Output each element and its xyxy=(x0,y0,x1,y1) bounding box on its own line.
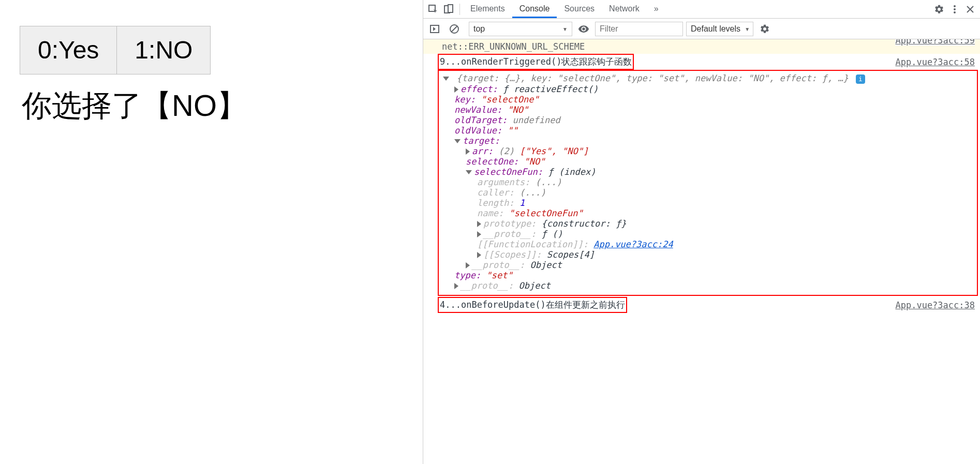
prop-value: Object xyxy=(530,260,562,270)
prop-key: oldTarget: xyxy=(454,115,507,125)
prop-value: Scopes[4] xyxy=(547,249,595,260)
prop-value: "selectOneFun" xyxy=(509,208,583,218)
function-location-link[interactable]: App.vue?3acc:24 xyxy=(593,239,673,249)
expand-toggle-icon[interactable] xyxy=(466,170,472,174)
svg-line-8 xyxy=(451,26,457,32)
highlighted-log-row: 4...onBeforeUpdate()在组件更新之前执行 xyxy=(438,297,627,313)
prop-key: __proto__: xyxy=(472,260,525,270)
separator xyxy=(459,4,460,15)
prop-key: target: xyxy=(463,136,500,146)
prop-value: ƒ (index) xyxy=(548,167,596,177)
prop-key: prototype: xyxy=(483,218,536,229)
prop-value: "NO" xyxy=(507,104,528,115)
prop-key: [[Scopes]]: xyxy=(483,249,542,260)
source-link-partial[interactable]: App.vue?3acc:59 xyxy=(895,39,975,46)
prop-key: [[FunctionLocation]]: xyxy=(477,239,588,249)
tab-network[interactable]: Network xyxy=(602,0,647,18)
prop-key: __proto__: xyxy=(483,229,536,239)
prop-key: effect: xyxy=(461,84,498,94)
prop-value[interactable]: (...) xyxy=(519,187,546,198)
devtools-tab-strip: Elements Console Sources Network » xyxy=(423,0,980,19)
console-settings-icon[interactable] xyxy=(756,21,773,37)
devtools-panel: Elements Console Sources Network » top xyxy=(423,0,980,464)
settings-icon[interactable] xyxy=(931,2,947,17)
prop-value: 1 xyxy=(519,198,525,208)
expand-toggle-icon[interactable] xyxy=(454,86,458,93)
result-text: 你选择了【NO】 xyxy=(22,86,423,126)
toggle-sidebar-icon[interactable] xyxy=(426,21,443,37)
console-toolbar: top Default levels xyxy=(423,19,980,39)
expand-toggle-icon[interactable] xyxy=(454,283,458,289)
expand-toggle-icon[interactable] xyxy=(477,221,481,227)
source-link[interactable]: App.vue?3acc:38 xyxy=(895,300,975,310)
prop-value: "set" xyxy=(486,270,512,280)
info-badge-icon[interactable]: i xyxy=(856,74,865,84)
tab-elements[interactable]: Elements xyxy=(463,0,512,18)
prop-key: selectOne: xyxy=(466,156,518,167)
tab-console[interactable]: Console xyxy=(512,0,557,18)
prop-value: ƒ () xyxy=(542,229,563,239)
close-devtools-icon[interactable] xyxy=(962,2,978,17)
prop-key: oldValue: xyxy=(454,125,502,136)
kebab-menu-icon[interactable] xyxy=(947,2,962,17)
tabs-overflow[interactable]: » xyxy=(647,0,666,18)
choice-button-yes[interactable]: 0:Yes xyxy=(20,26,117,74)
object-summary: {target: {…}, key: "selectOne", type: "s… xyxy=(456,73,848,83)
prop-value: {constructor: ƒ} xyxy=(542,218,627,229)
prop-meta: (2) xyxy=(498,146,514,156)
context-selector[interactable]: top xyxy=(469,22,572,36)
prop-value: ["Yes", "NO"] xyxy=(519,146,588,156)
prop-value: "" xyxy=(507,125,517,136)
prop-key: newValue: xyxy=(454,104,502,115)
prop-value: undefined xyxy=(513,115,560,125)
log-message: 4...onBeforeUpdate()在组件更新之前执行 xyxy=(440,299,625,311)
prop-key: length: xyxy=(477,198,514,208)
filter-input[interactable] xyxy=(595,22,683,36)
prop-value: "selectOne" xyxy=(481,94,539,104)
live-expression-icon[interactable] xyxy=(575,21,592,37)
choice-button-no[interactable]: 1:NO xyxy=(116,26,211,74)
prop-key: caller: xyxy=(477,187,514,198)
expand-toggle-icon[interactable] xyxy=(454,139,461,143)
prop-key: key: xyxy=(454,94,476,104)
prop-key: __proto__: xyxy=(461,280,513,291)
prop-key: name: xyxy=(477,208,503,218)
prop-value: ƒ reactiveEffect() xyxy=(503,84,598,94)
prop-key: type: xyxy=(454,270,481,280)
button-row: 0:Yes 1:NO xyxy=(20,26,423,74)
prop-value: Object xyxy=(519,280,551,291)
svg-point-5 xyxy=(954,11,956,13)
svg-point-4 xyxy=(954,8,956,10)
prop-key: arr: xyxy=(472,146,493,156)
console-output[interactable]: net::ERR_UNKNOWN_URL_SCHEME 9...onRender… xyxy=(423,39,980,464)
prop-key: arguments: xyxy=(477,177,530,187)
svg-point-3 xyxy=(954,5,956,7)
log-message: 9...onRenderTriggered()状态跟踪钩子函数 xyxy=(440,56,632,68)
source-link[interactable]: App.vue?3acc:58 xyxy=(895,57,975,67)
prop-value[interactable]: (...) xyxy=(536,177,562,187)
log-levels-selector[interactable]: Default levels xyxy=(686,22,753,36)
log-levels-label: Default levels xyxy=(691,24,740,34)
prop-value: "NO" xyxy=(524,156,545,167)
toggle-device-icon[interactable] xyxy=(441,2,456,17)
expand-toggle-icon[interactable] xyxy=(477,231,481,237)
expand-toggle-icon[interactable] xyxy=(443,77,449,81)
expand-toggle-icon[interactable] xyxy=(466,262,470,268)
expand-toggle-icon[interactable] xyxy=(466,148,470,155)
svg-rect-2 xyxy=(448,5,453,12)
tab-sources[interactable]: Sources xyxy=(557,0,602,18)
inspect-element-icon[interactable] xyxy=(425,2,441,17)
clear-console-icon[interactable] xyxy=(446,21,463,37)
prop-key: selectOneFun: xyxy=(474,167,543,177)
app-pane: 0:Yes 1:NO 你选择了【NO】 xyxy=(0,0,423,464)
expand-toggle-icon[interactable] xyxy=(477,252,481,258)
context-selector-value: top xyxy=(473,24,485,34)
highlighted-log-row: 9...onRenderTriggered()状态跟踪钩子函数 xyxy=(438,54,634,70)
object-inspector[interactable]: {target: {…}, key: "selectOne", type: "s… xyxy=(438,70,978,296)
